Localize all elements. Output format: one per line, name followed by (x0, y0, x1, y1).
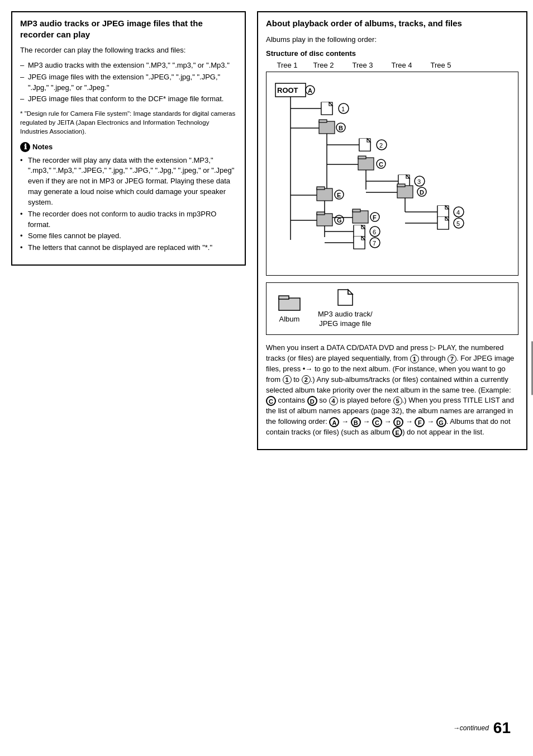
svg-rect-23 (358, 156, 366, 159)
circle-f: F (415, 417, 425, 427)
circle-7: 7 (448, 355, 456, 363)
svg-text:4: 4 (456, 209, 460, 216)
svg-rect-61 (317, 212, 325, 215)
notes-item: Some files cannot be played. (20, 231, 237, 242)
circle-a: A (329, 417, 339, 427)
circle-d2: D (393, 417, 403, 427)
continued-text: →continued (453, 724, 489, 732)
svg-text:1: 1 (341, 106, 345, 112)
tree-4-label: Tree 4 (382, 61, 421, 69)
svg-text:ROOT: ROOT (277, 86, 298, 94)
notes-label: Notes (32, 143, 53, 151)
legend-box: Album MP3 audio track/JPEG image file (266, 282, 518, 335)
svg-rect-55 (353, 211, 368, 223)
tree-5-label: Tree 5 (421, 61, 460, 69)
svg-rect-11 (319, 121, 335, 134)
file-icon (337, 289, 354, 306)
circle-1: 1 (410, 355, 419, 363)
svg-rect-12 (319, 120, 327, 122)
svg-rect-22 (358, 158, 374, 170)
notes-icon: ℹ (20, 142, 30, 152)
svg-text:C: C (379, 161, 383, 168)
right-column: About playback order of albums, tracks, … (257, 11, 527, 745)
page-number: 61 (493, 720, 511, 736)
list-item: MP3 audio tracks with the extension ".MP… (20, 60, 237, 71)
tree-3-label: Tree 3 (343, 61, 382, 69)
circle-5: 5 (393, 396, 402, 405)
legend-file: MP3 audio track/JPEG image file (318, 289, 373, 329)
svg-rect-76 (279, 296, 289, 299)
svg-rect-56 (353, 209, 360, 212)
tree-svg: ROOT A 1 (271, 78, 492, 268)
svg-text:3: 3 (417, 178, 421, 185)
svg-rect-49 (317, 188, 332, 201)
svg-text:B: B (339, 125, 343, 131)
legend-album: Album (278, 294, 301, 324)
album-label: Album (279, 315, 300, 324)
page-footer: →continued 61 (453, 720, 511, 736)
circle-e: E (392, 427, 402, 437)
circle-b: B (351, 417, 361, 427)
footnote-text: * "Design rule for Camera File system": … (20, 109, 237, 136)
circle-d: D (307, 396, 317, 406)
notes-list: The recorder will play any data with the… (20, 155, 237, 254)
svg-text:F: F (373, 214, 377, 221)
tree-header: Tree 1 Tree 2 Tree 3 Tree 4 Tree 5 (266, 61, 518, 69)
notes-item: The letters that cannot be displayed are… (20, 243, 237, 253)
body-paragraph-1: When you insert a DATA CD/DATA DVD and p… (266, 343, 518, 438)
svg-text:D: D (420, 189, 424, 196)
circle-4: 4 (329, 396, 338, 405)
left-section-box: MP3 audio tracks or JPEG image files tha… (11, 11, 246, 266)
right-section-title: About playback order of albums, tracks, … (266, 18, 518, 29)
file-label: MP3 audio track/JPEG image file (318, 310, 373, 329)
notes-item: The recorder will play any data with the… (20, 155, 237, 208)
svg-text:A: A (308, 87, 312, 94)
svg-text:5: 5 (456, 220, 460, 227)
svg-rect-60 (317, 214, 332, 226)
svg-rect-75 (279, 298, 300, 310)
disc-structure-diagram: ROOT A 1 (266, 72, 518, 276)
album-icon (278, 294, 301, 311)
notes-item: The recorder does not conform to audio t… (20, 209, 237, 230)
left-column: MP3 audio tracks or JPEG image files tha… (11, 11, 246, 745)
left-section-title: MP3 audio tracks or JPEG image files tha… (20, 18, 237, 40)
list-item: JPEG image files that conform to the DCF… (20, 94, 237, 105)
tree-1-label: Tree 1 (270, 61, 304, 69)
svg-marker-78 (348, 290, 353, 294)
svg-rect-50 (317, 187, 325, 190)
list-item: JPEG image files with the extension ".JP… (20, 72, 237, 93)
circle-g: G (436, 417, 446, 427)
right-section-box: About playback order of albums, tracks, … (257, 11, 527, 450)
is-played-before-text: is played before (340, 396, 391, 404)
svg-text:6: 6 (373, 229, 376, 235)
left-body-intro: The recorder can play the following trac… (20, 45, 237, 56)
left-list: MP3 audio tracks with the extension ".MP… (20, 60, 237, 105)
notes-heading: ℹ Notes (20, 142, 237, 152)
circle-c2: C (372, 417, 382, 427)
circle-1b: 1 (283, 375, 292, 384)
circle-2: 2 (302, 375, 311, 384)
tree-2-label: Tree 2 (304, 61, 343, 69)
svg-text:G: G (337, 217, 342, 224)
svg-rect-33 (397, 186, 413, 198)
svg-text:2: 2 (379, 142, 383, 149)
circle-c: C (266, 396, 276, 406)
svg-rect-34 (397, 184, 405, 187)
svg-text:7: 7 (373, 240, 376, 247)
right-body-text: When you insert a DATA CD/DATA DVD and p… (266, 343, 518, 438)
right-intro: Albums play in the following order: (266, 35, 518, 45)
structure-label: Structure of disc contents (266, 49, 518, 58)
svg-text:E: E (337, 192, 341, 199)
